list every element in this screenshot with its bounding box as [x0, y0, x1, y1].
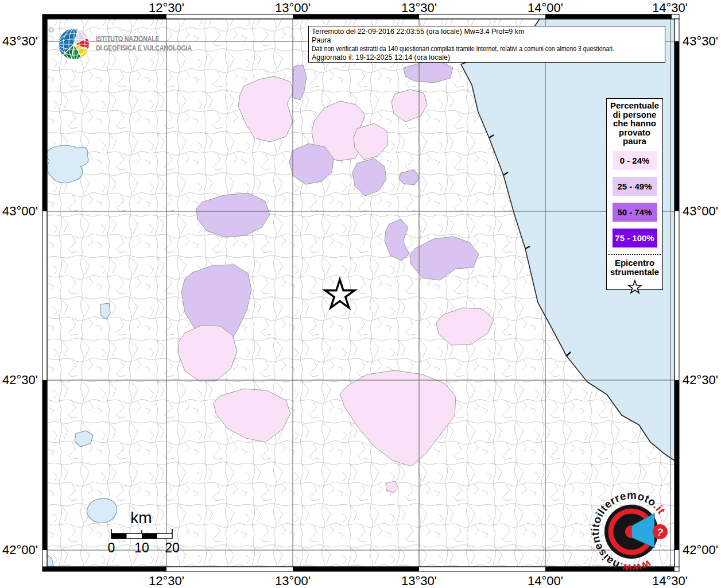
legend-star-icon [626, 278, 644, 296]
legend-title-line: paura [607, 137, 662, 146]
legend: Percentuale di persone che hanno provato… [606, 98, 663, 290]
legend-divider [608, 254, 661, 255]
axis-label-left-1: 43°30' [1, 34, 38, 49]
scale-bar-unit: km [118, 509, 164, 527]
legend-swatch-0-24: 0 - 24% [613, 151, 657, 170]
axis-label-left-3: 42°30' [1, 373, 38, 388]
legend-title-line: Percentuale [607, 101, 662, 110]
event-info-box: Terremoto del 22-09-2016 22:03:55 (ora l… [308, 26, 665, 63]
legend-swatch-25-49: 25 - 49% [613, 177, 657, 196]
scale-tick-10: 10 [127, 540, 156, 556]
legend-title-line: che hanno [607, 119, 662, 128]
axis-label-top-5: 14°30' [638, 1, 701, 16]
legend-epicenter-label: strumentale [607, 268, 662, 277]
scale-tick-20: 20 [158, 540, 187, 556]
event-updated-line: Aggiornato il: 19-12-2025 12:14 (ora loc… [312, 53, 662, 62]
axis-label-top-4: 14°00' [514, 1, 577, 16]
event-data-line: Dati non verificati estratti da 140 ques… [312, 45, 606, 53]
axis-label-top-2: 13°00' [261, 1, 324, 16]
axis-label-right-3: 42°30' [683, 373, 719, 388]
ingv-logo-globe [59, 29, 90, 60]
legend-swatch-50-74: 50 - 74% [613, 203, 657, 222]
axis-label-bottom-2: 13°00' [261, 574, 324, 588]
legend-swatch-75-100: 75 - 100% [613, 229, 657, 247]
axis-label-right-2: 43°00' [683, 204, 719, 219]
ingv-line-2: DI GEOFISICA E VULCANOLOGIA [96, 44, 192, 53]
axis-label-bottom-4: 14°00' [514, 574, 577, 588]
event-effect-line: Paura [312, 36, 662, 45]
axis-label-right-4: 42°00' [683, 543, 719, 558]
legend-epicenter-label: Epicentro [607, 258, 662, 268]
macroseismic-map-page: ? www.haisentitoilterremoto.it 12°30' 13… [0, 0, 721, 588]
axis-label-left-4: 42°00' [1, 543, 38, 558]
axis-label-right-1: 43°30' [683, 34, 719, 49]
axis-label-top-3: 13°30' [387, 1, 451, 16]
axis-label-top-1: 12°30' [135, 1, 198, 16]
legend-title-line: provato [607, 128, 662, 137]
axis-label-bottom-3: 13°30' [387, 574, 451, 588]
ingv-line-1: ISTITUTO NAZIONALE [96, 34, 192, 44]
scale-tick-0: 0 [97, 540, 126, 556]
event-title-line: Terremoto del 22-09-2016 22:03:55 (ora l… [312, 28, 662, 36]
axis-label-bottom-5: 14°30' [638, 574, 701, 588]
ingv-logo-text: ISTITUTO NAZIONALE DI GEOFISICA E VULCAN… [96, 34, 192, 53]
axis-label-bottom-1: 12°30' [135, 574, 198, 588]
legend-title-line: di persone [607, 110, 662, 119]
axis-label-left-2: 43°00' [1, 204, 38, 219]
